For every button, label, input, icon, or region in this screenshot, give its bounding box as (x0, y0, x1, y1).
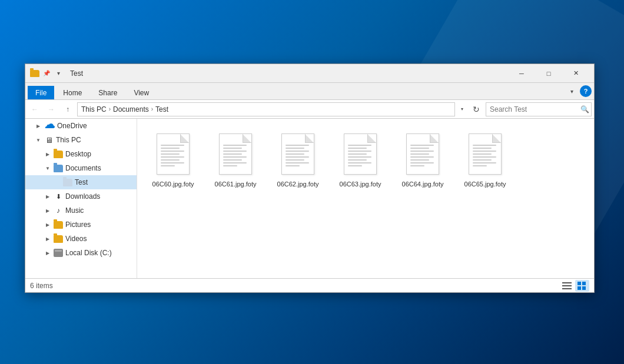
sidebar-label-music: Music (65, 206, 84, 215)
file-name-1: 06C61.jpg.foty (215, 180, 257, 188)
doc-line (286, 151, 309, 152)
downloads-icon: ⬇ (54, 192, 63, 201)
music-icon: ♪ (54, 206, 63, 215)
tab-share[interactable]: Share (91, 86, 125, 99)
file-item-1[interactable]: 06C61.jpg.foty (209, 128, 262, 191)
onedrive-icon (44, 122, 55, 129)
path-documents[interactable]: Documents (113, 105, 149, 113)
sidebar-item-videos[interactable]: Videos (25, 232, 137, 246)
back-button[interactable]: ← (28, 102, 42, 116)
svg-rect-4 (582, 282, 586, 285)
doc-line (223, 165, 237, 166)
expand-arrow-videos[interactable] (44, 235, 51, 242)
pin-icon: 📌 (42, 69, 51, 78)
folder-icon-test (63, 179, 72, 186)
doc-icon-3 (344, 133, 377, 175)
doc-icon-4 (406, 133, 439, 175)
expand-arrow-onedrive[interactable] (35, 122, 42, 129)
doc-line (410, 145, 434, 146)
expand-arrow-downloads[interactable] (44, 193, 51, 200)
doc-line (286, 162, 309, 163)
search-input[interactable] (490, 105, 578, 113)
grid-view-button[interactable] (575, 280, 589, 292)
doc-line (410, 159, 429, 161)
sidebar-item-downloads[interactable]: ⬇ Downloads (25, 189, 137, 203)
sidebar-label-videos: Videos (65, 235, 87, 243)
file-item-0[interactable]: 06C60.jpg.foty (147, 128, 200, 191)
expand-arrow-music[interactable] (44, 207, 51, 214)
expand-arrow-local-disk[interactable] (44, 249, 51, 256)
tab-view[interactable]: View (126, 86, 157, 99)
expand-arrow-desktop[interactable] (44, 151, 51, 158)
doc-line (161, 145, 184, 146)
file-icon-3 (339, 131, 381, 178)
sidebar-item-this-pc[interactable]: 🖥 This PC (25, 133, 137, 147)
sidebar-item-test[interactable]: Test (25, 175, 137, 189)
doc-lines-3 (348, 145, 371, 166)
doc-line (223, 151, 247, 152)
tab-home[interactable]: Home (55, 86, 89, 99)
search-box[interactable]: 🔍 (486, 102, 592, 116)
address-path[interactable]: This PC › Documents › Test (77, 102, 455, 116)
folder-icon-documents (54, 165, 63, 172)
forward-button[interactable]: → (44, 102, 58, 116)
list-view-button[interactable] (560, 280, 574, 292)
doc-line (223, 156, 247, 158)
path-sep-2: › (151, 106, 153, 112)
doc-line (161, 153, 180, 155)
sidebar-item-local-disk[interactable]: Local Disk (C:) (25, 246, 137, 260)
ribbon-collapse-icon[interactable]: ▾ (566, 85, 577, 97)
close-button[interactable]: ✕ (562, 64, 589, 83)
sidebar-item-pictures[interactable]: Pictures (25, 218, 137, 232)
doc-icon-5 (469, 133, 502, 175)
doc-icon-2 (281, 133, 314, 175)
file-name-0: 06C60.jpg.foty (152, 180, 194, 188)
file-item-3[interactable]: 06C63.jpg.foty (334, 128, 387, 191)
path-test[interactable]: Test (155, 105, 168, 113)
path-sep-1: › (109, 106, 111, 112)
address-bar: ← → ↑ This PC › Documents › Test ▾ ↻ 🔍 (25, 100, 594, 119)
doc-line (223, 162, 247, 163)
up-button[interactable]: ↑ (61, 102, 75, 116)
item-count: 6 items (30, 282, 53, 290)
sidebar-item-onedrive[interactable]: OneDrive (25, 119, 137, 133)
doc-line (473, 159, 492, 161)
doc-line (286, 156, 309, 158)
file-item-5[interactable]: 06C65.jpg.foty (459, 128, 512, 191)
ribbon-expand-area: ▾ ? (566, 85, 592, 99)
svg-rect-1 (562, 285, 572, 286)
expand-arrow-this-pc[interactable] (35, 136, 42, 143)
help-button[interactable]: ? (580, 85, 592, 97)
expand-arrow-documents[interactable] (44, 165, 51, 172)
file-name-4: 06C64.jpg.foty (402, 180, 444, 188)
sidebar-label-this-pc: This PC (56, 136, 81, 144)
doc-icon-1 (219, 133, 252, 175)
folder-icon-desktop (54, 151, 63, 158)
path-this-pc[interactable]: This PC (81, 105, 107, 113)
pc-icon: 🖥 (44, 135, 54, 145)
sidebar-label-pictures: Pictures (65, 221, 91, 229)
sidebar-item-documents[interactable]: Documents (25, 161, 137, 175)
doc-line (473, 165, 487, 166)
maximize-button[interactable]: □ (535, 64, 562, 83)
doc-line (348, 162, 371, 163)
window-title: Test (68, 69, 508, 78)
sidebar-label-test: Test (75, 178, 88, 186)
refresh-button[interactable]: ↻ (469, 102, 483, 116)
sidebar-item-music[interactable]: ♪ Music (25, 203, 137, 218)
minimize-button[interactable]: ─ (508, 64, 535, 83)
doc-lines-2 (286, 145, 309, 166)
search-icon[interactable]: 🔍 (580, 105, 589, 113)
expand-arrow-pictures[interactable] (44, 221, 51, 228)
doc-lines-1 (223, 145, 247, 166)
sidebar-item-desktop[interactable]: Desktop (25, 147, 137, 161)
sidebar-label-onedrive: OneDrive (57, 122, 87, 130)
file-item-4[interactable]: 06C64.jpg.foty (396, 128, 449, 191)
address-dropdown-button[interactable]: ▾ (457, 102, 467, 116)
file-name-3: 06C63.jpg.foty (340, 180, 381, 188)
list-view-icon (562, 282, 572, 290)
doc-lines-5 (473, 145, 496, 166)
doc-line (161, 162, 184, 163)
tab-file[interactable]: File (28, 86, 54, 99)
file-item-2[interactable]: 06C62.jpg.foty (271, 128, 324, 191)
